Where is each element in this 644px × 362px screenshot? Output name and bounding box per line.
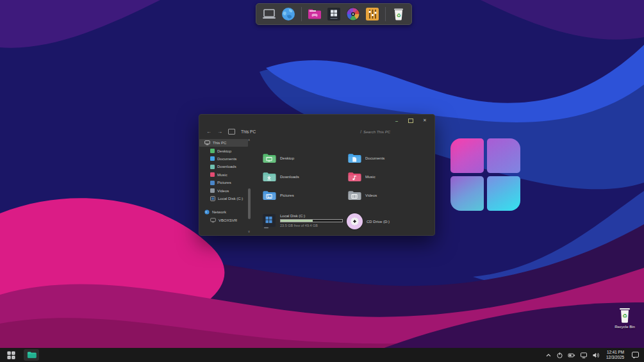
folder-item-documents[interactable]: Documents [347,149,433,167]
folder-mini-icon [210,188,215,193]
videos-folder-icon [347,190,361,201]
trash-icon[interactable]: ♻ [391,6,406,22]
folder-grid: Desktop Documents [262,149,434,204]
folder-mini-icon [210,165,215,169]
maximize-icon [408,119,413,123]
clock-time: 12:41 PM [606,350,624,355]
folder-mini-icon [210,172,215,177]
sidebar-item-label: Network [212,210,226,214]
folder-item-music[interactable]: Music [347,167,433,186]
start-button[interactable] [4,349,17,361]
dock-separator [385,7,386,21]
pictures-folder-icon [262,190,276,201]
folder-label: Downloads [280,175,299,179]
sidebar-item-local-disk[interactable]: Local Disk (C:) [199,195,253,202]
maximize-button[interactable] [404,116,418,125]
location-breadcrumb[interactable]: This PC [241,129,256,134]
network-globe-icon [204,210,210,215]
sidebar-item-downloads[interactable]: Downloads [199,163,253,170]
downloads-folder-icon [262,171,276,183]
folder-label: Music [365,175,376,179]
sidebar-item-documents[interactable]: Documents [199,155,253,163]
sidebar-item-this-pc[interactable]: This PC [199,139,248,147]
search-cursor-icon: / [360,129,361,134]
folder-content: Desktop Documents [253,137,434,234]
folder-label: Videos [365,193,377,197]
taskbar-app-file-manager[interactable] [24,349,39,361]
disk-usage-fill [281,220,313,222]
windows-logo-quadrant [450,138,484,173]
windows-logo-quadrant [450,176,484,211]
globe-icon[interactable] [281,6,296,22]
start-grid-icon [7,351,15,359]
folder-item-desktop[interactable]: Desktop [262,149,347,167]
folder-mini-icon [210,149,215,153]
disk-mini-icon [210,196,215,201]
sidebar-item-label: This PC [213,141,226,145]
action-center-icon[interactable] [631,351,640,359]
taskbar-clock[interactable]: 12:41 PM 12/3/2025 [606,350,624,359]
volume-icon[interactable] [592,352,600,359]
windows-logo-quadrant [487,138,520,173]
search-input[interactable]: / Search This PC [360,129,390,134]
drive-item-local-disk[interactable]: Local Disk (C:) 23.5 GB free of 49.4 GB [262,213,347,229]
local-disk-info: Local Disk (C:) 23.5 GB free of 49.4 GB [280,213,343,229]
sidebar-item-network[interactable]: Network [199,208,253,216]
documents-folder-icon [347,152,361,164]
folder-item-downloads[interactable]: Downloads [262,167,347,186]
folder-item-pictures[interactable]: Pictures [262,186,347,204]
games-folder-icon[interactable] [307,6,322,22]
back-button[interactable]: ← [206,129,211,135]
taskbar: 12:41 PM 12/3/2025 [0,348,644,362]
sidebar-gap [199,202,253,208]
drive-label: Local Disk (C:) [280,214,343,218]
media-wheel-icon[interactable] [345,6,361,22]
folder-mini-icon [210,181,215,185]
sidebar-item-desktop[interactable]: Desktop [199,147,253,154]
scroll-down-icon[interactable]: ∨ [246,229,252,233]
computer-icon[interactable] [261,6,277,22]
sidebar-item-label: Music [217,173,227,177]
local-disk-icon [262,213,276,229]
dock-separator [301,7,302,21]
drive-item-cd[interactable]: CD Drive (D:) [347,213,390,229]
window-navbar: ← → This PC / Search This PC [199,126,434,137]
sidebar-item-label: Local Disk (C:) [218,197,243,201]
settings-sliders-icon[interactable] [365,6,380,22]
recycle-bin-label: Recycle Bin [610,325,640,329]
system-tray: 12:41 PM 12/3/2025 [545,350,640,359]
network-icon[interactable] [580,352,588,359]
recycle-bin[interactable]: ♻ Recycle Bin [610,307,640,329]
chevron-up-icon[interactable] [545,352,552,358]
clock-date: 12/3/2025 [606,355,624,360]
sidebar-item-label: VBOXSVR [219,218,237,222]
file-manager-icon [27,351,37,359]
monitor-icon [204,140,210,145]
svg-text:♻: ♻ [396,13,400,19]
scrollbar-thumb[interactable] [248,188,251,219]
folder-item-videos[interactable]: Videos [347,186,433,204]
disk-usage-bar [280,219,343,222]
close-button[interactable]: ✕ [418,116,432,125]
folder-label: Pictures [280,193,294,197]
windows-tile-icon[interactable] [326,6,342,22]
sidebar-scrollbar[interactable]: ∧ ∨ [246,138,252,233]
cd-disc-icon [347,213,363,229]
battery-icon[interactable] [568,352,575,359]
windows-logo [450,138,520,211]
sidebar-item-vboxsvr[interactable]: VBOXSVR [199,217,253,224]
sidebar-item-label: Downloads [217,165,236,169]
minimize-button[interactable]: – [390,116,404,125]
sidebar-item-pictures[interactable]: Pictures [199,179,253,186]
window-titlebar: – ✕ [199,115,434,126]
sidebar-item-videos[interactable]: Videos [199,186,253,194]
scroll-up-icon[interactable]: ∧ [246,138,252,142]
sidebar-item-music[interactable]: Music [199,171,253,179]
sidebar-item-label: Pictures [217,181,231,185]
drive-label: CD Drive (D:) [367,220,390,224]
power-icon[interactable] [556,352,563,359]
recycle-bin-icon: ♻ [618,307,631,324]
sidebar: This PC Desktop Documents Downloads Musi… [199,137,253,234]
forward-button[interactable]: → [217,129,222,135]
drives-row: Local Disk (C:) 23.5 GB free of 49.4 GB … [262,213,390,229]
